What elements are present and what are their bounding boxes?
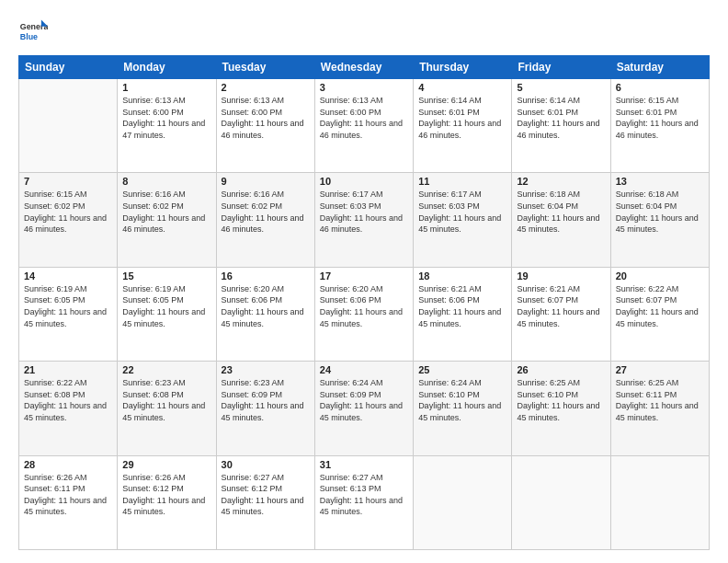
- day-info: Sunrise: 6:16 AMSunset: 6:02 PMDaylight:…: [222, 189, 310, 235]
- calendar-cell: 18Sunrise: 6:21 AMSunset: 6:06 PMDayligh…: [414, 267, 512, 361]
- calendar-header-friday: Friday: [512, 56, 610, 79]
- calendar-header-row: SundayMondayTuesdayWednesdayThursdayFrid…: [19, 56, 710, 79]
- day-number: 21: [24, 364, 112, 375]
- day-info: Sunrise: 6:16 AMSunset: 6:02 PMDaylight:…: [122, 189, 210, 235]
- day-number: 24: [320, 364, 408, 375]
- calendar-header-wednesday: Wednesday: [314, 56, 413, 79]
- day-number: 5: [517, 82, 605, 93]
- day-info: Sunrise: 6:14 AMSunset: 6:01 PMDaylight:…: [517, 95, 605, 141]
- calendar-header-saturday: Saturday: [610, 56, 709, 79]
- day-number: 3: [320, 82, 408, 93]
- day-info: Sunrise: 6:20 AMSunset: 6:06 PMDaylight:…: [222, 283, 310, 329]
- day-info: Sunrise: 6:18 AMSunset: 6:04 PMDaylight:…: [517, 189, 605, 235]
- day-number: 2: [222, 82, 310, 93]
- day-number: 10: [320, 176, 408, 187]
- calendar-cell: 28Sunrise: 6:26 AMSunset: 6:11 PMDayligh…: [19, 455, 118, 549]
- calendar-cell: 3Sunrise: 6:13 AMSunset: 6:00 PMDaylight…: [314, 79, 413, 173]
- calendar-cell: 23Sunrise: 6:23 AMSunset: 6:09 PMDayligh…: [216, 362, 314, 455]
- day-info: Sunrise: 6:24 AMSunset: 6:10 PMDaylight:…: [418, 377, 506, 423]
- calendar-cell: 17Sunrise: 6:20 AMSunset: 6:06 PMDayligh…: [314, 267, 413, 361]
- calendar-header-sunday: Sunday: [19, 56, 118, 79]
- day-number: 17: [320, 270, 408, 282]
- day-number: 23: [222, 364, 310, 375]
- day-number: 26: [517, 364, 605, 375]
- day-number: 1: [122, 82, 210, 93]
- calendar-cell: 10Sunrise: 6:17 AMSunset: 6:03 PMDayligh…: [314, 173, 413, 267]
- calendar-week-row: 28Sunrise: 6:26 AMSunset: 6:11 PMDayligh…: [19, 455, 710, 549]
- calendar-table: SundayMondayTuesdayWednesdayThursdayFrid…: [18, 55, 710, 550]
- day-number: 11: [418, 176, 506, 187]
- day-number: 14: [24, 270, 112, 282]
- day-number: 27: [616, 364, 704, 375]
- calendar-week-row: 7Sunrise: 6:15 AMSunset: 6:02 PMDaylight…: [19, 173, 710, 267]
- day-number: 9: [222, 176, 310, 187]
- svg-text:Blue: Blue: [20, 32, 38, 41]
- day-info: Sunrise: 6:14 AMSunset: 6:01 PMDaylight:…: [418, 95, 506, 141]
- calendar-cell: 5Sunrise: 6:14 AMSunset: 6:01 PMDaylight…: [512, 79, 610, 173]
- page: General Blue SundayMondayTuesdayWednesda…: [0, 0, 728, 563]
- day-info: Sunrise: 6:18 AMSunset: 6:04 PMDaylight:…: [616, 189, 704, 235]
- day-info: Sunrise: 6:21 AMSunset: 6:07 PMDaylight:…: [517, 283, 605, 329]
- day-number: 22: [122, 364, 210, 375]
- day-info: Sunrise: 6:25 AMSunset: 6:11 PMDaylight:…: [616, 377, 704, 423]
- calendar-cell: [19, 79, 118, 173]
- calendar-header-thursday: Thursday: [414, 56, 512, 79]
- day-number: 15: [122, 270, 210, 282]
- calendar-cell: 6Sunrise: 6:15 AMSunset: 6:01 PMDaylight…: [610, 79, 709, 173]
- day-info: Sunrise: 6:17 AMSunset: 6:03 PMDaylight:…: [320, 189, 408, 235]
- day-info: Sunrise: 6:27 AMSunset: 6:13 PMDaylight:…: [320, 472, 408, 518]
- calendar-cell: 4Sunrise: 6:14 AMSunset: 6:01 PMDaylight…: [414, 79, 512, 173]
- calendar-cell: 24Sunrise: 6:24 AMSunset: 6:09 PMDayligh…: [314, 362, 413, 455]
- calendar-cell: [610, 455, 709, 549]
- calendar-cell: 13Sunrise: 6:18 AMSunset: 6:04 PMDayligh…: [610, 173, 709, 267]
- day-number: 12: [517, 176, 605, 187]
- day-info: Sunrise: 6:17 AMSunset: 6:03 PMDaylight:…: [418, 189, 506, 235]
- day-info: Sunrise: 6:19 AMSunset: 6:05 PMDaylight:…: [122, 283, 210, 329]
- day-info: Sunrise: 6:23 AMSunset: 6:09 PMDaylight:…: [222, 377, 310, 423]
- day-number: 18: [418, 270, 506, 282]
- day-number: 16: [222, 270, 310, 282]
- day-info: Sunrise: 6:22 AMSunset: 6:08 PMDaylight:…: [24, 377, 112, 423]
- day-info: Sunrise: 6:26 AMSunset: 6:11 PMDaylight:…: [24, 472, 112, 518]
- day-info: Sunrise: 6:13 AMSunset: 6:00 PMDaylight:…: [222, 95, 310, 141]
- day-info: Sunrise: 6:23 AMSunset: 6:08 PMDaylight:…: [122, 377, 210, 423]
- calendar-cell: 30Sunrise: 6:27 AMSunset: 6:12 PMDayligh…: [216, 455, 314, 549]
- day-info: Sunrise: 6:15 AMSunset: 6:02 PMDaylight:…: [24, 189, 112, 235]
- day-info: Sunrise: 6:15 AMSunset: 6:01 PMDaylight:…: [616, 95, 704, 141]
- day-number: 29: [122, 459, 210, 470]
- calendar-cell: 31Sunrise: 6:27 AMSunset: 6:13 PMDayligh…: [314, 455, 413, 549]
- day-info: Sunrise: 6:13 AMSunset: 6:00 PMDaylight:…: [122, 95, 210, 141]
- calendar-cell: 25Sunrise: 6:24 AMSunset: 6:10 PMDayligh…: [414, 362, 512, 455]
- header: General Blue: [18, 17, 710, 46]
- day-number: 19: [517, 270, 605, 282]
- day-number: 25: [418, 364, 506, 375]
- calendar-cell: 26Sunrise: 6:25 AMSunset: 6:10 PMDayligh…: [512, 362, 610, 455]
- calendar-cell: [414, 455, 512, 549]
- calendar-cell: 12Sunrise: 6:18 AMSunset: 6:04 PMDayligh…: [512, 173, 610, 267]
- day-number: 7: [24, 176, 112, 187]
- day-number: 28: [24, 459, 112, 470]
- day-info: Sunrise: 6:20 AMSunset: 6:06 PMDaylight:…: [320, 283, 408, 329]
- day-number: 31: [320, 459, 408, 470]
- calendar-cell: 15Sunrise: 6:19 AMSunset: 6:05 PMDayligh…: [118, 267, 216, 361]
- day-info: Sunrise: 6:21 AMSunset: 6:06 PMDaylight:…: [418, 283, 506, 329]
- day-info: Sunrise: 6:27 AMSunset: 6:12 PMDaylight:…: [222, 472, 310, 518]
- day-info: Sunrise: 6:22 AMSunset: 6:07 PMDaylight:…: [616, 283, 704, 329]
- calendar-cell: [512, 455, 610, 549]
- calendar-cell: 29Sunrise: 6:26 AMSunset: 6:12 PMDayligh…: [118, 455, 216, 549]
- calendar-week-row: 1Sunrise: 6:13 AMSunset: 6:00 PMDaylight…: [19, 79, 710, 173]
- calendar-header-tuesday: Tuesday: [216, 56, 314, 79]
- calendar-cell: 16Sunrise: 6:20 AMSunset: 6:06 PMDayligh…: [216, 267, 314, 361]
- day-info: Sunrise: 6:13 AMSunset: 6:00 PMDaylight:…: [320, 95, 408, 141]
- calendar-cell: 14Sunrise: 6:19 AMSunset: 6:05 PMDayligh…: [19, 267, 118, 361]
- calendar-header-monday: Monday: [118, 56, 216, 79]
- day-number: 8: [122, 176, 210, 187]
- calendar-cell: 22Sunrise: 6:23 AMSunset: 6:08 PMDayligh…: [118, 362, 216, 455]
- day-info: Sunrise: 6:24 AMSunset: 6:09 PMDaylight:…: [320, 377, 408, 423]
- calendar-cell: 2Sunrise: 6:13 AMSunset: 6:00 PMDaylight…: [216, 79, 314, 173]
- calendar-cell: 8Sunrise: 6:16 AMSunset: 6:02 PMDaylight…: [118, 173, 216, 267]
- day-number: 13: [616, 176, 704, 187]
- day-number: 6: [616, 82, 704, 93]
- logo: General Blue: [18, 17, 48, 46]
- calendar-cell: 1Sunrise: 6:13 AMSunset: 6:00 PMDaylight…: [118, 79, 216, 173]
